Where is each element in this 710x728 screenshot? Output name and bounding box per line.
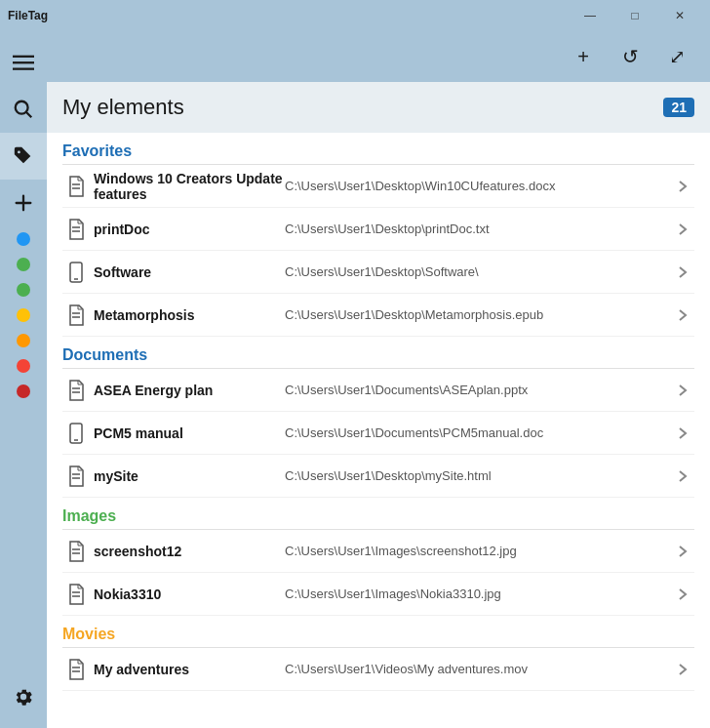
app-body: + ↺ ⤢ My elements 21 Favorites Windows 1… (0, 31, 710, 728)
sidebar-tags-icon[interactable] (0, 133, 47, 180)
file-name: mySite (90, 468, 285, 484)
file-name: PCM5 manual (90, 425, 285, 441)
file-name: ASEA Energy plan (90, 383, 285, 398)
doc-icon (62, 541, 90, 562)
doc-icon (62, 380, 90, 401)
doc-icon (62, 304, 90, 326)
file-path: C:\Users\User1\Images\screenshot12.jpg (285, 544, 671, 558)
table-row[interactable]: PCM5 manualC:\Users\User1\Documents\PCM5… (62, 412, 694, 455)
sidebar (0, 31, 47, 728)
sidebar-dot-blue[interactable] (17, 232, 30, 246)
file-path: C:\Users\User1\Desktop\Win10CUfeatures.d… (285, 179, 671, 193)
close-button[interactable]: ✕ (657, 0, 702, 31)
file-name: printDoc (90, 222, 285, 237)
file-name: Software (90, 264, 285, 280)
table-row[interactable]: Nokia3310C:\Users\User1\Images\Nokia3310… (62, 573, 694, 616)
chevron-right-icon[interactable] (671, 587, 694, 601)
table-row[interactable]: SoftwareC:\Users\User1\Desktop\Software\ (62, 251, 694, 294)
section-header-favorites: Favorites (62, 133, 694, 164)
table-row[interactable]: Windows 10 Creators Update featuresC:\Us… (62, 165, 694, 208)
main-content: Favorites Windows 10 Creators Update fea… (47, 133, 710, 728)
section-header-images: Images (62, 498, 694, 529)
file-name: Windows 10 Creators Update features (90, 171, 285, 202)
chevron-right-icon[interactable] (671, 426, 694, 440)
minimize-button[interactable]: — (568, 0, 612, 31)
section-header-movies: Movies (62, 616, 694, 647)
file-name: My adventures (90, 662, 285, 677)
sidebar-dot-red2[interactable] (17, 384, 30, 398)
doc-icon (62, 465, 90, 487)
chevron-right-icon[interactable] (671, 384, 694, 397)
chevron-right-icon[interactable] (671, 545, 694, 558)
window-controls: — □ ✕ (568, 0, 702, 31)
phone-icon (62, 262, 90, 283)
file-path: C:\Users\User1\Videos\My adventures.mov (285, 662, 671, 676)
svg-rect-0 (13, 56, 34, 58)
page-header: My elements 21 (47, 82, 710, 133)
sidebar-dot-red1[interactable] (17, 359, 30, 373)
table-row[interactable]: MetamorphosisC:\Users\User1\Desktop\Meta… (62, 294, 694, 337)
rotate-button[interactable]: ⤢ (659, 39, 694, 74)
table-row[interactable]: printDocC:\Users\User1\Desktop\printDoc.… (62, 208, 694, 251)
sidebar-settings-icon[interactable] (0, 673, 47, 720)
sidebar-search-icon[interactable] (0, 86, 47, 133)
file-path: C:\Users\User1\Desktop\Software\ (285, 264, 671, 279)
doc-icon (62, 659, 90, 680)
chevron-right-icon[interactable] (671, 222, 694, 236)
svg-rect-1 (13, 61, 34, 63)
sidebar-add-icon[interactable] (0, 180, 47, 226)
header-toolbar: + ↺ ⤢ (47, 31, 710, 82)
page-badge: 21 (663, 98, 694, 117)
table-row[interactable]: mySiteC:\Users\User1\Desktop\mySite.html (62, 455, 694, 498)
chevron-right-icon[interactable] (671, 663, 694, 676)
file-path: C:\Users\User1\Documents\ASEAplan.pptx (285, 383, 671, 397)
sidebar-dot-green1[interactable] (17, 258, 30, 271)
file-path: C:\Users\User1\Desktop\Metamorphosis.epu… (285, 307, 671, 322)
chevron-right-icon[interactable] (671, 265, 694, 279)
file-name: Metamorphosis (90, 307, 285, 323)
chevron-right-icon[interactable] (671, 308, 694, 322)
table-row[interactable]: screenshot12C:\Users\User1\Images\screen… (62, 530, 694, 573)
title-bar: FileTag — □ ✕ (0, 0, 710, 31)
section-header-documents: Documents (62, 337, 694, 368)
doc-icon (62, 584, 90, 605)
refresh-button[interactable]: ↺ (612, 39, 648, 74)
content-wrapper: + ↺ ⤢ My elements 21 Favorites Windows 1… (47, 31, 710, 728)
svg-rect-2 (13, 68, 34, 70)
add-button[interactable]: + (566, 39, 601, 74)
svg-line-4 (26, 112, 32, 118)
file-path: C:\Users\User1\Images\Nokia3310.jpg (285, 586, 671, 601)
maximize-button[interactable]: □ (612, 0, 657, 31)
app-title: FileTag (8, 9, 48, 22)
sidebar-dot-yellow[interactable] (17, 308, 30, 322)
chevron-right-icon[interactable] (671, 469, 694, 483)
table-row[interactable]: My adventuresC:\Users\User1\Videos\My ad… (62, 648, 694, 691)
file-name: Nokia3310 (90, 586, 285, 602)
file-path: C:\Users\User1\Documents\PCM5manual.doc (285, 425, 671, 440)
sidebar-menu-icon[interactable] (0, 39, 47, 86)
file-path: C:\Users\User1\Desktop\mySite.html (285, 468, 671, 483)
doc-icon (62, 176, 90, 197)
file-path: C:\Users\User1\Desktop\printDoc.txt (285, 222, 671, 236)
table-row[interactable]: ASEA Energy planC:\Users\User1\Documents… (62, 369, 694, 412)
doc-icon (62, 219, 90, 240)
page-title: My elements (62, 95, 184, 120)
sidebar-dot-green2[interactable] (17, 283, 30, 297)
svg-point-3 (16, 101, 28, 114)
sidebar-dot-orange[interactable] (17, 334, 30, 347)
file-name: screenshot12 (90, 544, 285, 559)
chevron-right-icon[interactable] (671, 180, 694, 193)
phone-icon (62, 423, 90, 444)
